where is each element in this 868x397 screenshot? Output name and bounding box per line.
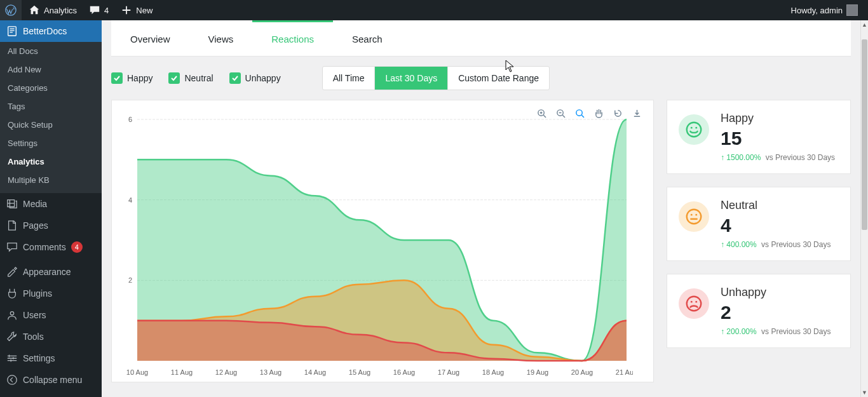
filter-label: Unhappy [245,73,281,83]
zoom-in-icon[interactable] [536,108,546,118]
svg-point-30 [695,214,697,216]
sidebar-item-plugins[interactable]: Plugins [0,283,102,304]
zoom-out-icon[interactable] [555,108,566,118]
tab-reactions[interactable]: Reactions [252,20,333,56]
sidebar-subitem-tags[interactable]: Tags [0,97,102,116]
sidebar-subitem-analytics[interactable]: Analytics [0,152,102,171]
range-option-last-30-days[interactable]: Last 30 Days [375,67,448,90]
account-menu[interactable]: Howdy, admin [786,0,863,20]
scroll-down-arrow[interactable]: ▼ [861,388,868,397]
svg-text:15 Aug: 15 Aug [349,368,370,376]
window-scrollbar[interactable]: ▲ ▼ [860,20,868,397]
tab-views[interactable]: Views [189,20,253,56]
tab-search[interactable]: Search [333,20,402,56]
filter-unhappy-checkbox[interactable]: Unhappy [229,72,281,84]
comments-count-badge: 4 [71,241,83,253]
svg-point-6 [576,109,581,115]
stat-delta: ↑ 400.00% vs Previous 30 Days [721,240,831,249]
check-icon [113,74,121,82]
sidebar-item-label: Appearance [23,267,71,277]
zoom-select-icon[interactable] [574,108,585,118]
sidebar-item-label: Comments [23,242,66,252]
svg-point-26 [691,127,693,129]
filter-happy-checkbox[interactable]: Happy [111,72,153,84]
happy-face-icon [679,114,709,145]
svg-point-32 [691,301,693,303]
new-content-link[interactable]: New [116,0,158,20]
site-name-link[interactable]: Analytics [24,0,82,20]
range-option-all-time[interactable]: All Time [323,67,376,90]
sidebar-subitem-add-new[interactable]: Add New [0,60,102,79]
wp-logo-menu[interactable] [0,0,22,20]
site-name-text: Analytics [44,6,77,15]
avatar [846,4,858,16]
sidebar-plugin-label: BetterDocs [23,26,67,36]
stat-title: Neutral [721,199,831,212]
svg-text:17 Aug: 17 Aug [438,368,459,376]
download-icon[interactable] [632,108,642,118]
sidebar-subitem-quick-setup[interactable]: Quick Setup [0,116,102,134]
sidebar-item-pages[interactable]: Pages [0,215,102,236]
svg-text:14 Aug: 14 Aug [304,368,326,376]
reset-icon[interactable] [613,108,623,118]
check-icon [170,74,178,82]
users-icon [6,309,18,321]
svg-text:19 Aug: 19 Aug [527,368,548,376]
up-arrow-icon: ↑ [721,153,724,162]
range-option-custom-date-range[interactable]: Custom Date Range [448,67,549,90]
svg-point-3 [8,375,17,384]
sidebar-item-label: Settings [23,353,55,363]
stat-title: Unhappy [721,286,831,299]
howdy-text: Howdy, admin [791,6,843,15]
plugins-icon [6,288,18,299]
comments-icon [6,241,18,253]
svg-text:13 Aug: 13 Aug [260,368,281,376]
filter-label: Neutral [184,73,213,83]
sidebar-item-comments[interactable]: Comments 4 [0,236,102,258]
sidebar-item-label: Collapse menu [23,375,82,385]
stat-delta: ↑ 1500.00% vs Previous 30 Days [721,153,835,162]
svg-point-33 [695,301,697,303]
sidebar-collapse-button[interactable]: Collapse menu [0,369,102,391]
reactions-area-chart[interactable]: 24610 Aug11 Aug12 Aug13 Aug14 Aug15 Aug1… [118,107,633,380]
svg-point-31 [687,297,702,311]
sidebar-subitem-all-docs[interactable]: All Docs [0,42,102,60]
stat-value: 4 [721,215,831,236]
main-content: OverviewViewsReactionsSearch Happy Neutr… [102,20,860,397]
tab-overview[interactable]: Overview [111,20,189,56]
up-arrow-icon: ↑ [721,240,724,249]
scrollbar-thumb[interactable] [862,39,867,230]
collapse-icon [6,374,18,386]
filter-label: Happy [127,73,153,83]
pan-icon[interactable] [593,108,604,118]
svg-text:10 Aug: 10 Aug [126,368,148,376]
sidebar-item-users[interactable]: Users [0,304,102,326]
settings-icon [6,353,18,364]
svg-text:6: 6 [128,116,132,123]
svg-text:12 Aug: 12 Aug [215,368,237,376]
sidebar-plugin-head[interactable]: BetterDocs [0,20,102,42]
sidebar-item-appearance[interactable]: Appearance [0,261,102,283]
scroll-up-arrow[interactable]: ▲ [861,20,868,29]
comments-link[interactable]: 4 [84,0,114,20]
betterdocs-icon [6,25,18,37]
neutral-face-icon [679,201,709,232]
sidebar-subitem-settings[interactable]: Settings [0,134,102,152]
date-range-picker: All TimeLast 30 DaysCustom Date Range [322,66,550,90]
svg-text:16 Aug: 16 Aug [393,368,415,376]
appearance-icon [6,266,18,278]
sidebar-item-tools[interactable]: Tools [0,326,102,347]
filter-neutral-checkbox[interactable]: Neutral [168,72,213,84]
svg-text:20 Aug: 20 Aug [571,368,593,376]
svg-text:18 Aug: 18 Aug [482,368,504,376]
sidebar-item-media[interactable]: Media [0,193,102,215]
sidebar-item-settings[interactable]: Settings [0,347,102,369]
sidebar-subitem-categories[interactable]: Categories [0,79,102,97]
sidebar-item-label: Users [23,310,46,320]
wordpress-icon [5,4,17,16]
check-icon [231,74,239,82]
svg-point-2 [10,312,13,315]
stat-value: 15 [721,128,835,149]
stat-card-unhappy: Unhappy 2 ↑ 200.00% vs Previous 30 Days [667,274,851,348]
sidebar-subitem-multiple-kb[interactable]: Multiple KB [0,171,102,189]
